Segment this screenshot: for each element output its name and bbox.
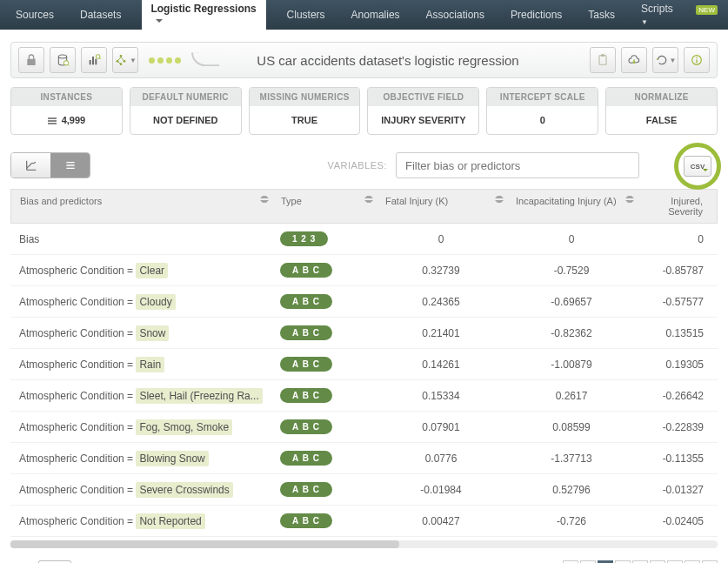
nav-anomalies[interactable]: Anomalies [346,5,405,24]
col-type[interactable]: Type [272,190,377,223]
view-toggle [10,152,90,178]
table-row[interactable]: Atmospheric Condition = RainA B C0.14261… [10,349,718,380]
refresh-icon-button[interactable]: ▼ [652,47,678,73]
predictor-value: Sleet, Hail (Freezing Ra... [136,388,262,404]
predictor-name: Atmospheric Condition = Cloudy [10,296,271,308]
nav-tasks[interactable]: Tasks [583,5,620,24]
svg-point-6 [120,55,123,57]
coef-fatal: 0.07901 [376,421,506,433]
svg-rect-10 [599,56,606,65]
table-row[interactable]: Atmospheric Condition = ClearA B C0.3273… [10,255,718,286]
sort-icon [364,193,373,205]
dataset-icon-button[interactable] [50,47,76,73]
horizontal-scrollbar[interactable] [10,540,718,548]
coef-fatal: 0.0776 [376,452,506,465]
predictor-prefix: Atmospheric Condition = [19,327,136,339]
predictor-prefix: Atmospheric Condition = [19,421,136,433]
predictor-value: Blowing Snow [136,451,208,466]
lock-icon-button[interactable] [18,47,44,73]
stat-header: NORMALIZE [606,88,717,106]
stat-default-numeric: DEFAULT NUMERICNOT DEFINED [130,87,242,135]
top-nav: Sources Datasets Logistic Regressions Cl… [0,0,728,30]
download-csv-button[interactable]: CSV [684,156,711,177]
predictor-prefix: Atmospheric Condition = [19,359,136,371]
text-type-tag: A B C [280,388,332,403]
menu-lines-icon [48,117,57,126]
nav-associations[interactable]: Associations [421,5,490,24]
stat-header: INTERCEPT SCALE [487,88,598,106]
predictor-name: Atmospheric Condition = Fog, Smog, Smoke [10,421,271,433]
new-badge: NEW [696,5,718,15]
table-row[interactable]: Atmospheric Condition = Not ReportedA B … [10,506,718,537]
stat-normalize: NORMALIZEFALSE [605,87,718,135]
svg-point-5 [96,55,100,59]
type-cell: A B C [271,451,376,466]
predictor-value: Severe Crosswinds [136,482,232,498]
filter-input[interactable] [396,152,639,178]
coef-incapacitating: -0.82362 [506,327,637,339]
nav-sources[interactable]: Sources [10,5,59,24]
type-cell: A B C [271,357,376,372]
type-cell: A B C [271,325,376,340]
coef-injured: -0.02405 [637,515,718,527]
stat-value: 4,999 [62,115,86,125]
col-injured-severity[interactable]: Injured, Severity [638,190,717,223]
coef-injured: -0.01327 [637,484,718,496]
table-row[interactable]: Atmospheric Condition = Sleet, Hail (Fre… [10,380,718,412]
variables-label: VARIABLES: [328,160,387,171]
svg-rect-4 [95,59,97,65]
scrollbar-thumb[interactable] [10,540,399,548]
stat-value: FALSE [606,106,717,134]
coef-fatal: 0.32739 [376,265,506,277]
coef-incapacitating: -0.726 [506,515,637,527]
chart-view-button[interactable] [11,153,50,178]
table-row[interactable]: Atmospheric Condition = CloudyA B C0.243… [10,286,718,318]
coef-incapacitating: 0.52796 [506,484,637,496]
col-label: Incapacitating Injury (A) [516,196,617,206]
predictor-name: Bias [10,233,271,245]
text-type-tag: A B C [280,325,332,340]
refresh-icon [655,53,669,67]
predictor-value: Not Reported [136,513,204,529]
table-row[interactable]: Atmospheric Condition = SnowA B C0.21401… [10,318,718,349]
predictor-name: Atmospheric Condition = Snow [10,327,271,339]
text-type-tag: A B C [280,513,332,528]
stat-missing-numerics: MISSING NUMERICSTRUE [249,87,361,135]
info-icon-button[interactable] [684,47,710,73]
table-view-button[interactable] [50,153,90,178]
stat-header: MISSING NUMERICS [250,88,360,106]
type-cell: A B C [271,513,376,528]
coef-injured: 0 [637,233,718,245]
nav-predictions[interactable]: Predictions [505,5,567,24]
clipboard-icon-button[interactable] [590,47,616,73]
text-type-tag: A B C [280,263,332,278]
coef-fatal: 0.24365 [376,296,506,308]
type-cell: A B C [271,294,376,309]
cloud-icon-button[interactable] [621,47,647,73]
csv-highlight-circle: CSV [674,143,721,190]
svg-rect-2 [90,60,91,64]
table-row[interactable]: Atmospheric Condition = Blowing SnowA B … [10,443,718,474]
table-row[interactable]: Atmospheric Condition = Fog, Smog, Smoke… [10,412,718,443]
nav-logistic-regressions[interactable]: Logistic Regressions [142,0,265,31]
model-icon-button[interactable]: ▼ [112,47,138,73]
nav-datasets[interactable]: Datasets [75,5,126,24]
col-bias-predictors[interactable]: Bias and predictors [11,190,272,223]
predictor-value: Rain [136,357,164,372]
table-row[interactable]: Bias1 2 3000 [10,224,718,255]
coef-incapacitating: -1.37713 [506,452,637,465]
table-body: Bias1 2 3000Atmospheric Condition = Clea… [10,224,718,537]
coef-fatal: -0.01984 [376,484,506,496]
nav-scripts[interactable]: Scripts ▼ [636,0,684,30]
table-row[interactable]: Atmospheric Condition = Severe Crosswind… [10,474,718,506]
histogram-icon-button[interactable] [81,47,107,73]
coef-injured: -0.85787 [637,265,718,277]
col-fatal-injury[interactable]: Fatal Injury (K) [377,190,507,223]
nav-clusters[interactable]: Clusters [282,5,331,24]
col-incapacitating-injury[interactable]: Incapacitating Injury (A) [507,190,638,223]
coef-fatal: 0.14261 [376,359,506,371]
coef-injured: -0.26642 [637,390,718,402]
text-type-tag: A B C [280,451,332,466]
text-type-tag: A B C [280,482,332,497]
predictor-value: Cloudy [136,294,175,310]
